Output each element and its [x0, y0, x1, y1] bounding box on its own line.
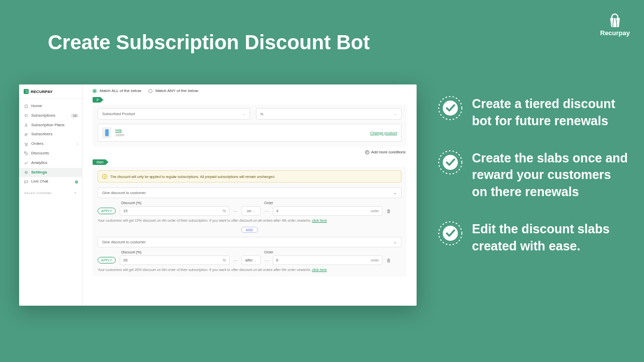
discount-input[interactable]: 20%: [120, 255, 229, 265]
svg-point-9: [27, 145, 27, 145]
order-input[interactable]: 4order: [273, 206, 382, 216]
discount-header: Discount (%): [121, 201, 231, 205]
list-icon: [24, 123, 28, 127]
timing-select[interactable]: on⌄: [242, 206, 261, 216]
chevron-right-icon: ›: [77, 142, 78, 146]
condition-field-select[interactable]: Subscribed Product⌄: [98, 108, 250, 120]
plus-icon[interactable]: +: [74, 191, 77, 196]
apply-button[interactable]: APPLY: [98, 257, 116, 263]
info-banner: ! The discount will only be applied to r…: [98, 170, 401, 183]
sidebar-item-subscribers[interactable]: Subscribers: [19, 130, 82, 139]
svg-point-11: [25, 171, 27, 173]
sidebar-brand: RECURPAY: [19, 84, 82, 99]
svg-point-10: [25, 152, 26, 153]
home-icon: [24, 104, 28, 108]
sidebar-item-discounts[interactable]: Discounts: [19, 149, 82, 158]
action-type-select[interactable]: Give discount to customer⌄: [98, 237, 401, 247]
add-more-conditions[interactable]: +Add more conditions: [94, 150, 406, 154]
svg-point-6: [25, 133, 26, 134]
change-product-link[interactable]: Change product: [370, 131, 397, 135]
delete-slab-button[interactable]: 🗑: [386, 258, 391, 263]
order-header: Order: [264, 201, 273, 205]
refresh-icon: [24, 114, 28, 118]
users-icon: [24, 133, 28, 137]
if-pill: if: [93, 97, 104, 103]
slab-hint: Your customers will get 15% discount on …: [98, 219, 401, 222]
action-type-select[interactable]: Give discount to customer⌄: [98, 188, 401, 198]
main-panel: Match ALL of the below Match ANY of the …: [83, 84, 417, 306]
chevron-down-icon: ⌄: [393, 191, 397, 195]
discount-header: Discount (%): [121, 250, 231, 254]
chevron-down-icon: ⌄: [393, 240, 397, 244]
discount-input[interactable]: 15%: [120, 206, 229, 216]
chevron-down-icon: ⌄: [243, 112, 246, 116]
count-badge: 19: [71, 114, 78, 118]
page-title: Create Subscription Discount Bot: [0, 31, 418, 54]
product-name-link[interactable]: Milk: [115, 128, 366, 133]
sidebar-item-home[interactable]: Home: [19, 102, 82, 111]
sidebar-item-settings[interactable]: Settings: [19, 168, 82, 177]
apply-button[interactable]: APPLY: [98, 208, 116, 214]
check-badge-icon: [438, 150, 463, 175]
svg-point-8: [25, 145, 26, 145]
action-block: ! The discount will only be applied to r…: [93, 167, 407, 277]
status-dot: [75, 180, 78, 184]
warning-icon: !: [102, 174, 107, 179]
cart-icon: [24, 142, 28, 146]
svg-point-1: [443, 101, 458, 116]
chevron-down-icon: ⌄: [394, 112, 397, 116]
svg-point-7: [27, 133, 28, 134]
match-mode-group: Match ALL of the below Match ANY of the …: [93, 88, 407, 93]
check-badge-icon: [438, 221, 463, 246]
chevron-down-icon: ⌄: [254, 258, 257, 262]
chat-icon: [24, 180, 28, 184]
product-variant: 100ml: [115, 133, 124, 137]
sidebar-item-analytics[interactable]: Analytics: [19, 158, 82, 168]
chart-icon: [24, 161, 28, 165]
svg-point-3: [443, 155, 458, 170]
and-separator: AND: [98, 227, 401, 232]
benefit-item: Create the slabs once and reward your cu…: [438, 150, 629, 201]
selected-product-row: Milk 100ml Change product: [98, 124, 401, 142]
discount-slab: Discount (%)Order APPLY 20% — after⌄ — 6…: [98, 250, 401, 272]
benefits-list: Create a tiered discount bot for future …: [438, 96, 629, 275]
benefit-item: Create a tiered discount bot for future …: [438, 96, 629, 130]
bag-icon: [606, 13, 623, 28]
product-thumbnail: [102, 127, 111, 138]
chevron-down-icon: ⌄: [253, 209, 255, 213]
brand-logo: Recurpay: [600, 13, 630, 37]
condition-operator-select[interactable]: is⌄: [256, 108, 401, 120]
sidebar-section-sales-channel: SALES CHANNEL+: [19, 187, 82, 198]
radio-match-all[interactable]: Match ALL of the below: [93, 88, 141, 93]
then-pill: then: [93, 159, 109, 165]
sidebar: RECURPAY Home Subscriptions19 Subscripti…: [19, 84, 83, 306]
sidebar-item-subscriptions[interactable]: Subscriptions19: [19, 111, 82, 121]
check-badge-icon: [438, 96, 463, 121]
plus-circle-icon: +: [365, 150, 369, 154]
app-window: RECURPAY Home Subscriptions19 Subscripti…: [19, 84, 417, 306]
order-input[interactable]: 6order: [273, 255, 382, 265]
gear-icon: [24, 170, 28, 174]
sidebar-item-subscription-plans[interactable]: Subscription Plans: [19, 121, 82, 130]
tag-icon: [24, 151, 28, 155]
benefit-item: Edit the discount slabs created with eas…: [438, 221, 629, 255]
timing-select[interactable]: after⌄: [242, 255, 261, 265]
click-here-link[interactable]: click here: [312, 268, 327, 272]
sidebar-item-live-chat[interactable]: Live Chat: [19, 177, 82, 187]
click-here-link[interactable]: click here: [312, 219, 327, 222]
brand-icon: [24, 89, 29, 94]
svg-point-5: [443, 226, 458, 241]
radio-match-any[interactable]: Match ANY of the below: [148, 88, 198, 93]
slab-hint: Your customers will get 20% discount on …: [98, 268, 401, 272]
delete-slab-button[interactable]: 🗑: [386, 209, 391, 214]
order-header: Order: [264, 250, 273, 254]
condition-block: Subscribed Product⌄ is⌄ Milk 100ml Chang…: [93, 105, 407, 147]
discount-slab: Discount (%)Order APPLY 15% — on⌄ — 4ord…: [98, 201, 401, 222]
sidebar-item-orders[interactable]: Orders›: [19, 139, 82, 149]
